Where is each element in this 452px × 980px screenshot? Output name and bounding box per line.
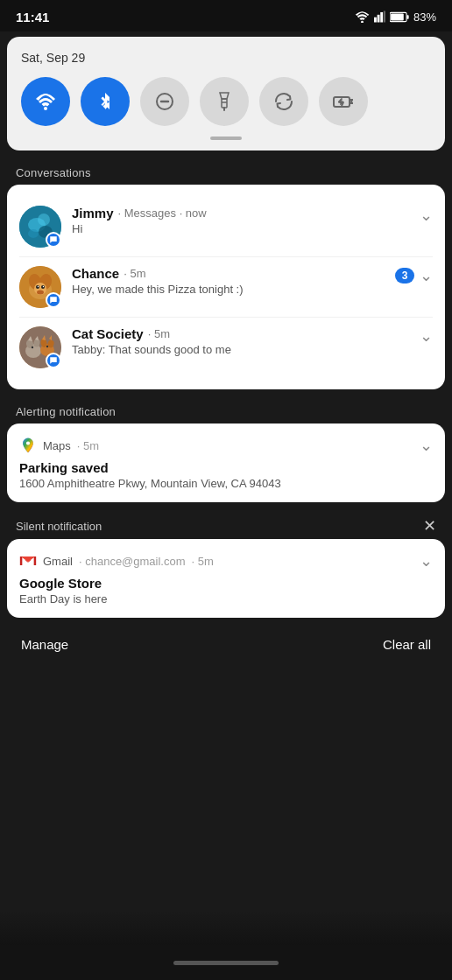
svg-rect-2 [378, 15, 380, 23]
gmail-app-info: Gmail · chance@gmail.com · 5m [19, 552, 214, 570]
qs-dnd-button[interactable] [140, 77, 189, 126]
expand-maps-button[interactable]: ⌄ [420, 436, 433, 455]
qs-autorotate-button[interactable] [259, 77, 308, 126]
svg-rect-11 [222, 99, 227, 108]
conv-cat-message: Tabby: That sounds good to me [72, 343, 352, 356]
wifi-qs-icon [35, 91, 56, 112]
maps-notif-title: Parking saved [19, 460, 433, 475]
svg-rect-4 [384, 11, 385, 23]
gmail-email: · chance@gmail.com [79, 555, 186, 568]
expand-chance-button[interactable]: ⌄ [420, 266, 433, 285]
conv-chance-name: Chance [72, 266, 119, 281]
conv-chance-content: Chance · 5m Hey, we made this Pizza toni… [72, 266, 388, 296]
conversations-section-label: Conversations [0, 158, 452, 185]
qs-wifi-button[interactable] [21, 77, 70, 126]
gmail-notif-header: Gmail · chance@gmail.com · 5m ⌄ [19, 551, 433, 570]
bottom-action-bar: Manage Clear all [0, 625, 452, 664]
svg-point-25 [38, 214, 50, 226]
svg-rect-7 [391, 13, 404, 20]
messages-badge-chance [46, 292, 61, 308]
maps-app-name: Maps [43, 439, 71, 452]
home-indicator [173, 961, 279, 965]
messages-badge-cat [46, 353, 61, 368]
gmail-time: · 5m [192, 555, 214, 568]
svg-point-35 [43, 286, 44, 287]
svg-point-24 [28, 229, 39, 238]
home-indicator-area [0, 945, 452, 980]
svg-point-31 [37, 290, 44, 295]
conversation-jimmy[interactable]: Jimmy · Messages · now Hi ⌄ [19, 197, 433, 257]
svg-point-49 [26, 441, 30, 444]
conversations-card: Jimmy · Messages · now Hi ⌄ [7, 185, 445, 389]
gmail-icon [19, 552, 37, 570]
avatar-cat-wrap [19, 326, 61, 368]
gmail-notif-title: Google Store [19, 576, 433, 591]
silent-section-label: Silent notification [16, 520, 102, 533]
batterysaver-qs-icon [333, 91, 354, 112]
quick-settings-panel: Sat, Sep 29 [7, 37, 445, 150]
avatar-jimmy-wrap [19, 206, 61, 248]
svg-rect-3 [380, 12, 383, 23]
conv-chance-header: Chance · 5m [72, 266, 388, 281]
conv-jimmy-content: Jimmy · Messages · now Hi [72, 206, 413, 235]
dnd-qs-icon [154, 91, 175, 112]
expand-cat-button[interactable]: ⌄ [420, 326, 433, 346]
autorotate-qs-icon [273, 91, 294, 112]
clear-all-button[interactable]: Clear all [383, 637, 431, 652]
avatar-chance-wrap [19, 266, 61, 308]
conv-chance-message: Hey, we made this Pizza tonight :) [72, 283, 352, 296]
conv-cat-content: Cat Society · 5m Tabby: That sounds good… [72, 326, 413, 356]
battery-percent: 83% [413, 10, 436, 24]
svg-rect-52 [20, 556, 23, 565]
expand-jimmy-button[interactable]: ⌄ [420, 206, 433, 225]
svg-point-33 [41, 285, 45, 289]
svg-rect-53 [34, 556, 37, 565]
svg-point-32 [36, 285, 39, 289]
status-icons: 83% [355, 10, 436, 24]
manage-button[interactable]: Manage [21, 637, 68, 652]
qs-bluetooth-button[interactable] [81, 77, 130, 126]
status-time: 11:41 [16, 10, 49, 24]
qs-drag-handle [210, 136, 242, 140]
conv-jimmy-meta: · Messages · now [118, 206, 207, 220]
bluetooth-qs-icon [95, 91, 116, 112]
expand-gmail-button[interactable]: ⌄ [420, 551, 433, 570]
battery-status-icon [390, 11, 409, 23]
conversation-chance[interactable]: Chance · 5m Hey, we made this Pizza toni… [19, 257, 433, 318]
conv-jimmy-name: Jimmy [72, 206, 114, 220]
silent-close-button[interactable]: ✕ [423, 516, 436, 536]
alerting-section-label: Alerting notification [0, 396, 452, 424]
signal-status-icon [374, 10, 385, 23]
svg-point-0 [361, 20, 364, 22]
conv-jimmy-message: Hi [72, 222, 352, 235]
qs-batterysaver-button[interactable] [319, 77, 368, 126]
svg-point-42 [32, 346, 33, 348]
conv-cat-actions: ⌄ [420, 326, 433, 346]
conversation-cat-society[interactable]: Cat Society · 5m Tabby: That sounds good… [19, 318, 433, 377]
conv-jimmy-actions: ⌄ [420, 206, 433, 225]
conv-chance-time: · 5m [124, 267, 145, 280]
alerting-notification-card[interactable]: Maps · 5m ⌄ Parking saved 1600 Amphithea… [7, 424, 445, 502]
svg-rect-1 [374, 18, 377, 23]
gmail-notif-body: Earth Day is here [19, 592, 433, 606]
qs-flashlight-button[interactable] [200, 77, 249, 126]
maps-icon [19, 437, 37, 454]
gmail-app-name: Gmail [43, 555, 73, 568]
status-bar: 11:41 83% [0, 0, 452, 32]
svg-point-34 [38, 286, 39, 287]
maps-notif-time: · 5m [77, 439, 99, 452]
maps-notif-header: Maps · 5m ⌄ [19, 436, 433, 455]
gmail-notification-card[interactable]: Gmail · chance@gmail.com · 5m ⌄ Google S… [7, 539, 445, 618]
conv-cat-name: Cat Society [72, 326, 144, 341]
flashlight-qs-icon [214, 91, 235, 112]
wifi-status-icon [355, 11, 370, 23]
date-display: Sat, Sep 29 [21, 51, 431, 65]
svg-rect-6 [406, 15, 408, 18]
conv-cat-time: · 5m [148, 327, 170, 340]
silent-section-header: Silent notification ✕ [0, 509, 452, 539]
conv-cat-header: Cat Society · 5m [72, 326, 413, 341]
quick-settings-buttons [21, 77, 431, 126]
svg-point-8 [44, 107, 47, 110]
conv-jimmy-header: Jimmy · Messages · now [72, 206, 413, 220]
svg-point-48 [46, 346, 48, 347]
